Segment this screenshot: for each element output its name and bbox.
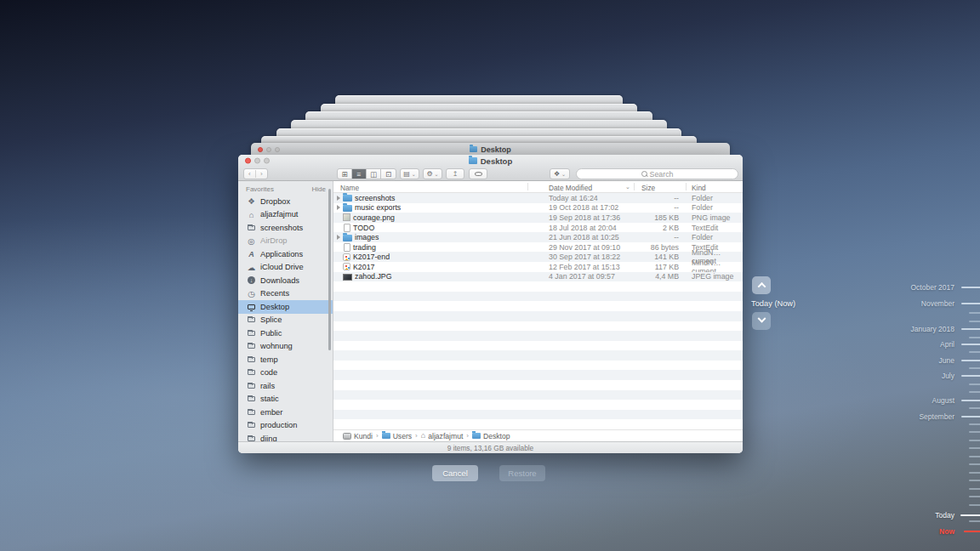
timeline-tick[interactable]	[969, 383, 980, 385]
timeline-tick-january-2018[interactable]	[961, 328, 980, 330]
timeline-tick[interactable]	[969, 480, 980, 481]
timeline-tick-november[interactable]	[961, 303, 980, 304]
timeline-tick-june[interactable]	[961, 360, 980, 361]
timeline-label[interactable]: June	[939, 356, 954, 365]
timeline-tick[interactable]	[969, 496, 980, 497]
restore-button[interactable]: Restore	[499, 465, 545, 481]
timeline-tick[interactable]	[969, 321, 980, 322]
timeline-tick[interactable]	[969, 312, 980, 314]
timeline-tick[interactable]	[969, 431, 980, 433]
timeline-label[interactable]: September	[919, 412, 954, 421]
timeline-tick[interactable]	[969, 472, 980, 474]
timeline-tick-now[interactable]	[964, 531, 980, 532]
cancel-button[interactable]: Cancel	[432, 465, 478, 481]
timeline-label[interactable]: July	[942, 372, 954, 380]
timeline-tick[interactable]	[969, 351, 980, 353]
timeline-tick-july[interactable]	[961, 375, 980, 377]
timeline-tick[interactable]	[969, 463, 980, 465]
timeline-tick[interactable]	[969, 488, 980, 490]
timeline-tick-october-2017[interactable]	[961, 287, 980, 288]
timeline-tick-august[interactable]	[961, 400, 980, 401]
timeline-label[interactable]: January 2018	[910, 325, 954, 333]
timeline-label[interactable]: November	[921, 299, 954, 308]
timeline-tick[interactable]	[969, 447, 980, 449]
timeline-tick[interactable]	[969, 407, 980, 409]
timeline-label[interactable]: August	[932, 396, 954, 405]
timeline-tick-today[interactable]	[960, 514, 980, 516]
timeline-tick[interactable]	[969, 367, 980, 369]
timeline-tick-april[interactable]	[961, 344, 980, 345]
timeline-tick[interactable]	[969, 504, 980, 506]
timeline: October 2017NovemberJanuary 2018AprilJun…	[0, 0, 980, 551]
timeline-tick[interactable]	[969, 520, 980, 522]
timeline-label[interactable]: Now	[939, 527, 954, 536]
timeline-tick[interactable]	[969, 337, 980, 338]
timeline-tick[interactable]	[969, 391, 980, 393]
timeline-tick-september[interactable]	[961, 416, 980, 418]
timeline-tick[interactable]	[969, 423, 980, 425]
timeline-tick[interactable]	[969, 456, 980, 457]
timeline-label[interactable]: October 2017	[910, 283, 954, 292]
timeline-tick[interactable]	[969, 440, 980, 441]
timeline-label[interactable]: Today	[935, 511, 954, 520]
timeline-label[interactable]: April	[940, 340, 954, 349]
